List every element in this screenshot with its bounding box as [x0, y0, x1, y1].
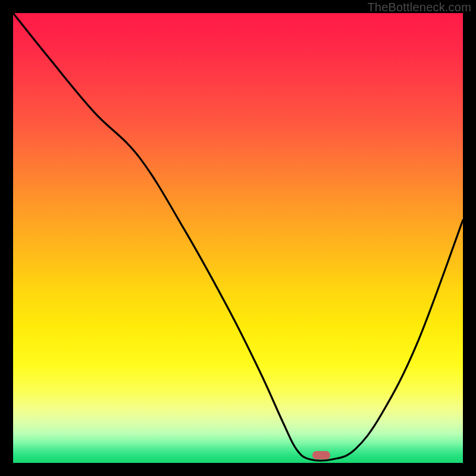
bottleneck-curve [13, 13, 463, 463]
watermark-text: TheBottleneck.com [367, 1, 471, 14]
chart-frame: TheBottleneck.com [0, 0, 476, 476]
optimal-point-marker [312, 451, 330, 459]
plot-area [13, 13, 463, 463]
